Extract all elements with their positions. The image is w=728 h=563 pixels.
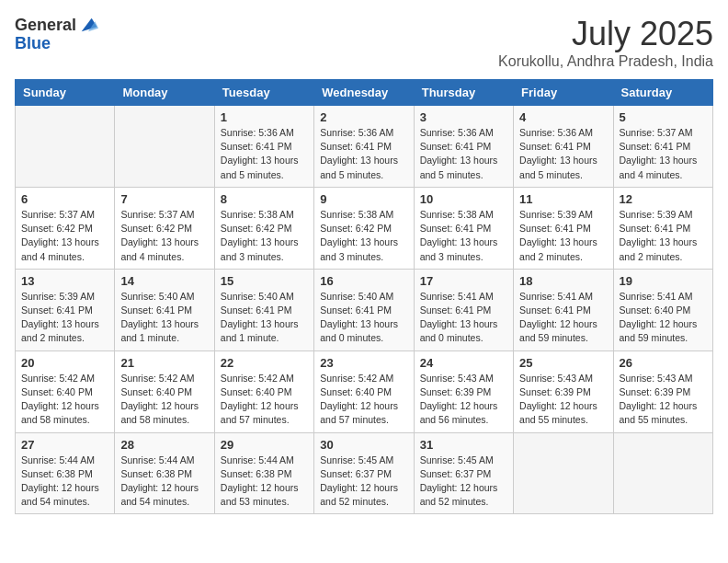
- day-info: Sunrise: 5:39 AM Sunset: 6:41 PM Dayligh…: [620, 208, 707, 264]
- day-info: Sunrise: 5:37 AM Sunset: 6:41 PM Dayligh…: [620, 126, 707, 182]
- calendar-cell: 11Sunrise: 5:39 AM Sunset: 6:41 PM Dayli…: [514, 187, 613, 269]
- page-header: General Blue July 2025 Korukollu, Andhra…: [15, 15, 713, 70]
- calendar-cell: 13Sunrise: 5:39 AM Sunset: 6:41 PM Dayli…: [16, 269, 115, 350]
- weekday-header: Monday: [115, 80, 214, 106]
- calendar-cell: 4Sunrise: 5:36 AM Sunset: 6:41 PM Daylig…: [514, 106, 613, 188]
- weekday-header: Thursday: [414, 80, 513, 106]
- day-info: Sunrise: 5:45 AM Sunset: 6:37 PM Dayligh…: [320, 454, 407, 510]
- calendar-cell: 15Sunrise: 5:40 AM Sunset: 6:41 PM Dayli…: [214, 269, 313, 350]
- weekday-header: Friday: [514, 80, 613, 106]
- calendar-cell: 18Sunrise: 5:41 AM Sunset: 6:41 PM Dayli…: [514, 269, 613, 350]
- day-number: 23: [320, 356, 407, 370]
- location-title: Korukollu, Andhra Pradesh, India: [498, 53, 713, 70]
- day-info: Sunrise: 5:36 AM Sunset: 6:41 PM Dayligh…: [519, 126, 607, 182]
- day-number: 14: [120, 274, 208, 288]
- day-number: 12: [620, 192, 707, 206]
- day-info: Sunrise: 5:45 AM Sunset: 6:37 PM Dayligh…: [420, 454, 507, 510]
- day-info: Sunrise: 5:37 AM Sunset: 6:42 PM Dayligh…: [21, 208, 108, 264]
- calendar-cell: 30Sunrise: 5:45 AM Sunset: 6:37 PM Dayli…: [314, 432, 414, 514]
- logo-text-blue: Blue: [15, 34, 51, 52]
- calendar-cell: 17Sunrise: 5:41 AM Sunset: 6:41 PM Dayli…: [414, 269, 513, 350]
- calendar-cell: 23Sunrise: 5:42 AM Sunset: 6:40 PM Dayli…: [314, 350, 414, 432]
- day-number: 6: [21, 192, 108, 206]
- calendar-cell: 19Sunrise: 5:41 AM Sunset: 6:40 PM Dayli…: [613, 269, 712, 350]
- calendar-week-row: 20Sunrise: 5:42 AM Sunset: 6:40 PM Dayli…: [16, 350, 713, 432]
- calendar-cell: 24Sunrise: 5:43 AM Sunset: 6:39 PM Dayli…: [414, 350, 513, 432]
- day-info: Sunrise: 5:40 AM Sunset: 6:41 PM Dayligh…: [120, 290, 208, 346]
- day-number: 5: [620, 110, 707, 124]
- calendar-week-row: 27Sunrise: 5:44 AM Sunset: 6:38 PM Dayli…: [16, 432, 713, 514]
- day-info: Sunrise: 5:39 AM Sunset: 6:41 PM Dayligh…: [21, 290, 108, 346]
- day-info: Sunrise: 5:44 AM Sunset: 6:38 PM Dayligh…: [120, 454, 208, 510]
- calendar-cell: 5Sunrise: 5:37 AM Sunset: 6:41 PM Daylig…: [613, 106, 712, 188]
- weekday-header: Tuesday: [214, 80, 313, 106]
- day-number: 4: [519, 110, 607, 124]
- day-info: Sunrise: 5:36 AM Sunset: 6:41 PM Dayligh…: [420, 126, 507, 182]
- day-number: 19: [620, 274, 707, 288]
- calendar-cell: [514, 432, 613, 514]
- day-info: Sunrise: 5:38 AM Sunset: 6:41 PM Dayligh…: [420, 208, 507, 264]
- day-number: 22: [221, 356, 308, 370]
- day-number: 7: [120, 192, 208, 206]
- day-info: Sunrise: 5:42 AM Sunset: 6:40 PM Dayligh…: [221, 372, 308, 428]
- weekday-header: Sunday: [16, 80, 115, 106]
- calendar-cell: 22Sunrise: 5:42 AM Sunset: 6:40 PM Dayli…: [214, 350, 313, 432]
- weekday-header: Saturday: [613, 80, 712, 106]
- calendar-cell: 31Sunrise: 5:45 AM Sunset: 6:37 PM Dayli…: [414, 432, 513, 514]
- day-number: 21: [120, 356, 208, 370]
- calendar-cell: 25Sunrise: 5:43 AM Sunset: 6:39 PM Dayli…: [514, 350, 613, 432]
- day-number: 9: [320, 192, 407, 206]
- logo: General Blue: [15, 15, 98, 52]
- day-info: Sunrise: 5:36 AM Sunset: 6:41 PM Dayligh…: [320, 126, 407, 182]
- month-title: July 2025: [498, 15, 713, 53]
- day-number: 27: [21, 438, 108, 452]
- calendar-cell: 7Sunrise: 5:37 AM Sunset: 6:42 PM Daylig…: [115, 187, 214, 269]
- calendar-cell: 6Sunrise: 5:37 AM Sunset: 6:42 PM Daylig…: [16, 187, 115, 269]
- title-area: July 2025 Korukollu, Andhra Pradesh, Ind…: [498, 15, 713, 70]
- day-number: 13: [21, 274, 108, 288]
- day-number: 3: [420, 110, 507, 124]
- day-info: Sunrise: 5:43 AM Sunset: 6:39 PM Dayligh…: [620, 372, 707, 428]
- day-number: 20: [21, 356, 108, 370]
- logo-text-general: General: [15, 17, 76, 33]
- calendar-cell: [115, 106, 214, 188]
- day-number: 11: [519, 192, 607, 206]
- weekday-header: Wednesday: [314, 80, 414, 106]
- day-number: 28: [120, 438, 208, 452]
- calendar-cell: 3Sunrise: 5:36 AM Sunset: 6:41 PM Daylig…: [414, 106, 513, 188]
- day-number: 16: [320, 274, 407, 288]
- day-number: 1: [221, 110, 308, 124]
- calendar-cell: 29Sunrise: 5:44 AM Sunset: 6:38 PM Dayli…: [214, 432, 313, 514]
- day-info: Sunrise: 5:40 AM Sunset: 6:41 PM Dayligh…: [320, 290, 407, 346]
- day-info: Sunrise: 5:40 AM Sunset: 6:41 PM Dayligh…: [221, 290, 308, 346]
- day-info: Sunrise: 5:42 AM Sunset: 6:40 PM Dayligh…: [320, 372, 407, 428]
- day-info: Sunrise: 5:37 AM Sunset: 6:42 PM Dayligh…: [120, 208, 208, 264]
- day-info: Sunrise: 5:41 AM Sunset: 6:40 PM Dayligh…: [620, 290, 707, 346]
- calendar-cell: 9Sunrise: 5:38 AM Sunset: 6:42 PM Daylig…: [314, 187, 414, 269]
- day-info: Sunrise: 5:43 AM Sunset: 6:39 PM Dayligh…: [420, 372, 507, 428]
- day-info: Sunrise: 5:44 AM Sunset: 6:38 PM Dayligh…: [221, 454, 308, 510]
- calendar-week-row: 1Sunrise: 5:36 AM Sunset: 6:41 PM Daylig…: [16, 106, 713, 188]
- calendar-cell: 27Sunrise: 5:44 AM Sunset: 6:38 PM Dayli…: [16, 432, 115, 514]
- calendar-cell: 2Sunrise: 5:36 AM Sunset: 6:41 PM Daylig…: [314, 106, 414, 188]
- calendar-cell: [613, 432, 712, 514]
- day-number: 10: [420, 192, 507, 206]
- day-info: Sunrise: 5:41 AM Sunset: 6:41 PM Dayligh…: [420, 290, 507, 346]
- calendar-cell: 14Sunrise: 5:40 AM Sunset: 6:41 PM Dayli…: [115, 269, 214, 350]
- day-number: 26: [620, 356, 707, 370]
- calendar-cell: 21Sunrise: 5:42 AM Sunset: 6:40 PM Dayli…: [115, 350, 214, 432]
- calendar-cell: 8Sunrise: 5:38 AM Sunset: 6:42 PM Daylig…: [214, 187, 313, 269]
- calendar-header-row: SundayMondayTuesdayWednesdayThursdayFrid…: [16, 80, 713, 106]
- day-number: 31: [420, 438, 507, 452]
- day-info: Sunrise: 5:43 AM Sunset: 6:39 PM Dayligh…: [519, 372, 607, 428]
- day-info: Sunrise: 5:42 AM Sunset: 6:40 PM Dayligh…: [21, 372, 108, 428]
- day-number: 29: [221, 438, 308, 452]
- calendar-table: SundayMondayTuesdayWednesdayThursdayFrid…: [15, 79, 713, 514]
- day-info: Sunrise: 5:44 AM Sunset: 6:38 PM Dayligh…: [21, 454, 108, 510]
- logo-icon: [78, 15, 98, 35]
- day-number: 30: [320, 438, 407, 452]
- day-number: 17: [420, 274, 507, 288]
- calendar-cell: 16Sunrise: 5:40 AM Sunset: 6:41 PM Dayli…: [314, 269, 414, 350]
- calendar-week-row: 6Sunrise: 5:37 AM Sunset: 6:42 PM Daylig…: [16, 187, 713, 269]
- calendar-cell: 20Sunrise: 5:42 AM Sunset: 6:40 PM Dayli…: [16, 350, 115, 432]
